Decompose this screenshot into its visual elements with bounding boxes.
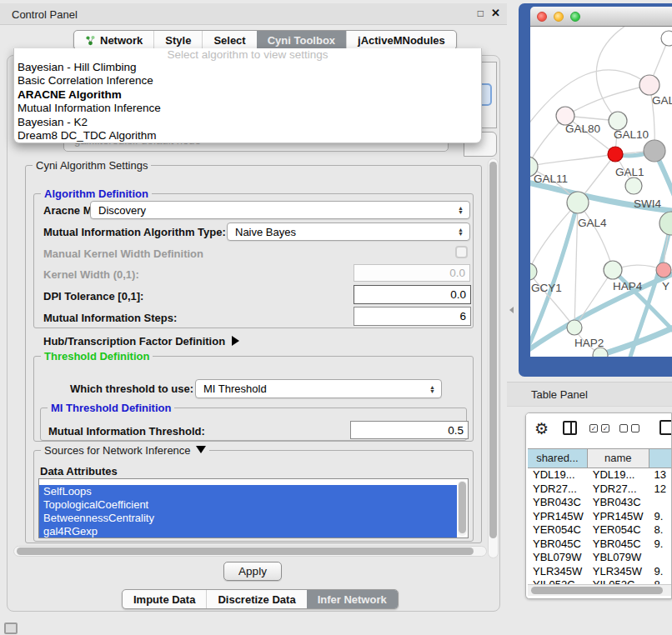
aracne-mode-select[interactable]: Discovery ▲▼ <box>90 201 470 219</box>
list-clipped-row <box>39 479 468 485</box>
algorithm-dropdown-placeholder: Select algorithm to view settings <box>14 48 481 61</box>
minimize-traffic-light-icon[interactable] <box>554 12 564 22</box>
table-horizontal-scrollbar[interactable] <box>528 584 671 596</box>
network-window-titlebar[interactable] <box>530 7 672 27</box>
mi-algorithm-type-select[interactable]: Naive Bayes ▲▼ <box>227 222 470 241</box>
table-row[interactable]: YBL079WYBL079W <box>528 551 672 565</box>
list-vertical-scrollbar[interactable] <box>458 481 467 536</box>
settings-vertical-scrollbar[interactable] <box>488 158 499 558</box>
network-node-hap4[interactable] <box>604 261 622 279</box>
network-node-y[interactable] <box>656 262 671 278</box>
zoom-traffic-light-icon[interactable] <box>570 12 580 22</box>
column-layout-icon[interactable] <box>563 421 577 435</box>
table-row[interactable]: YDR27...YDR27...12 <box>528 482 672 497</box>
attribute-item-betweennesscentrality[interactable]: BetweennessCentrality <box>39 512 457 525</box>
table-cell: YER054C <box>528 523 588 538</box>
network-node-swi4[interactable] <box>625 178 642 194</box>
dpi-tolerance-input[interactable] <box>354 285 471 304</box>
network-node[interactable] <box>661 31 672 46</box>
splitter-collapse-icon[interactable] <box>509 307 514 313</box>
table-cell: 12 <box>649 482 672 497</box>
network-edge[interactable] <box>578 202 613 270</box>
settings-horizontal-scrollbar[interactable] <box>13 546 487 557</box>
spinner-arrows-icon: ▲▼ <box>458 206 464 214</box>
table-row[interactable]: YER054CYER054C8. <box>528 523 672 538</box>
tab-jactivemnodules[interactable]: jActiveMNodules <box>346 31 456 49</box>
network-canvas[interactable]: GALGAL80GAL10GAL1SWI4GAL4GAL11GCY1HAP4YH… <box>530 27 672 357</box>
network-edge[interactable] <box>530 154 615 167</box>
which-threshold-select[interactable]: MI Threshold ▲▼ <box>195 379 442 398</box>
table-cell: 9. <box>649 565 672 579</box>
tab-network[interactable]: Network <box>74 31 153 49</box>
attribute-item-gal4rgexp[interactable]: gal4RGexp <box>39 525 457 538</box>
kernel-width-input[interactable] <box>354 264 470 282</box>
network-edge[interactable] <box>530 70 649 128</box>
dropdown-item-mutual-information-inference[interactable]: Mutual Information Inference <box>14 102 481 115</box>
float-window-icon[interactable]: □ <box>478 8 484 19</box>
table-cell: YER054C <box>588 523 649 538</box>
column-header-2[interactable] <box>649 449 672 468</box>
manual-kernel-label: Manual Kernel Width Definition <box>43 248 203 260</box>
table-cell: 9. <box>649 538 672 552</box>
dropdown-item-basic-correlation-inference[interactable]: Basic Correlation Inference <box>14 74 481 88</box>
manual-kernel-checkbox[interactable] <box>455 246 468 258</box>
tab-label: Select <box>213 34 245 47</box>
spinner-arrows-icon: ▲▼ <box>429 385 435 393</box>
mi-steps-label: Mutual Information Steps: <box>43 312 177 324</box>
column-header-name[interactable]: name <box>588 449 649 468</box>
tab-select[interactable]: Select <box>202 31 256 49</box>
dropdown-item-aracne-algorithm[interactable]: ARACNE Algorithm <box>14 88 481 102</box>
network-node-label: GAL4 <box>578 217 607 229</box>
table-cell: YLR345W <box>528 565 588 579</box>
algorithm-definition-title: Algorithm Definition <box>41 188 152 200</box>
tab-infer-network[interactable]: Infer Network <box>307 590 398 608</box>
threshold-definition-title: Threshold Definition <box>41 350 153 362</box>
network-node-label: GAL10 <box>614 128 649 141</box>
mi-threshold-input[interactable] <box>350 421 469 439</box>
table-cell: 8. <box>649 523 672 538</box>
table-row[interactable]: YBR045CYBR045C9. <box>528 538 672 552</box>
network-edge[interactable] <box>574 270 613 328</box>
table-row[interactable]: YPR145WYPR145W9. <box>528 510 672 524</box>
mi-steps-input[interactable] <box>354 307 471 326</box>
dropdown-item-bayesian-hill-climbing[interactable]: Bayesian - Hill Climbing <box>14 61 481 74</box>
hub-definition-toggle[interactable]: Hub/Transcription Factor Definition <box>43 335 239 348</box>
network-node[interactable] <box>644 140 665 162</box>
network-edge[interactable] <box>565 85 649 116</box>
tab-discretize-data[interactable]: Discretize Data <box>206 590 306 608</box>
attribute-item-topologicalcoefficient[interactable]: TopologicalCoefficient <box>39 498 457 512</box>
network-node-gal10[interactable] <box>609 112 627 130</box>
tab-cyni-toolbox[interactable]: Cyni Toolbox <box>257 31 346 49</box>
tab-style[interactable]: Style <box>153 31 202 49</box>
sources-group-title[interactable]: Sources for Network Inference <box>41 444 209 457</box>
select-all-checkboxes-icon[interactable]: ✓✓ <box>589 424 609 432</box>
apply-button[interactable]: Apply <box>223 562 282 581</box>
attribute-item-selfloops[interactable]: SelfLoops <box>39 485 457 498</box>
table-row[interactable]: YLR345WYLR345W9. <box>528 565 672 579</box>
kernel-width-label: Kernel Width (0,1): <box>43 268 139 281</box>
dropdown-item-bayesian-k2[interactable]: Bayesian - K2 <box>14 116 481 129</box>
close-traffic-light-icon[interactable] <box>537 12 547 22</box>
network-node-gal[interactable] <box>639 75 659 95</box>
network-edge[interactable] <box>530 202 578 272</box>
column-header-shared[interactable]: shared... <box>528 449 588 468</box>
network-graph: GALGAL80GAL10GAL1SWI4GAL4GAL11GCY1HAP4YH… <box>530 27 672 357</box>
network-edge[interactable] <box>596 27 630 121</box>
deselect-all-checkboxes-icon[interactable] <box>619 424 639 432</box>
tab-impute-data[interactable]: Impute Data <box>123 590 206 608</box>
network-view-window[interactable]: GALGAL80GAL10GAL1SWI4GAL4GAL11GCY1HAP4YH… <box>519 3 672 377</box>
network-node-label: GAL80 <box>565 122 600 135</box>
table-row[interactable]: YBR043CYBR043C <box>528 496 672 510</box>
table-cell <box>649 496 672 510</box>
minimized-panel-icon[interactable] <box>4 622 18 634</box>
network-node-hap2[interactable] <box>567 320 582 335</box>
dropdown-item-dream8-dc-tdc-algorithm[interactable]: Dream8 DC_TDC Algorithm <box>14 129 481 142</box>
network-node-gal4[interactable] <box>567 192 589 213</box>
gear-icon[interactable]: ⚙ <box>534 419 549 438</box>
network-node[interactable] <box>659 212 672 235</box>
network-node-gcy1[interactable] <box>530 263 537 280</box>
close-icon[interactable]: ✕ <box>491 7 500 19</box>
network-node-gal1[interactable] <box>608 147 623 162</box>
table-row[interactable]: YDL19...YDL19...13 <box>528 468 672 482</box>
table-function-icon[interactable] <box>659 420 672 435</box>
